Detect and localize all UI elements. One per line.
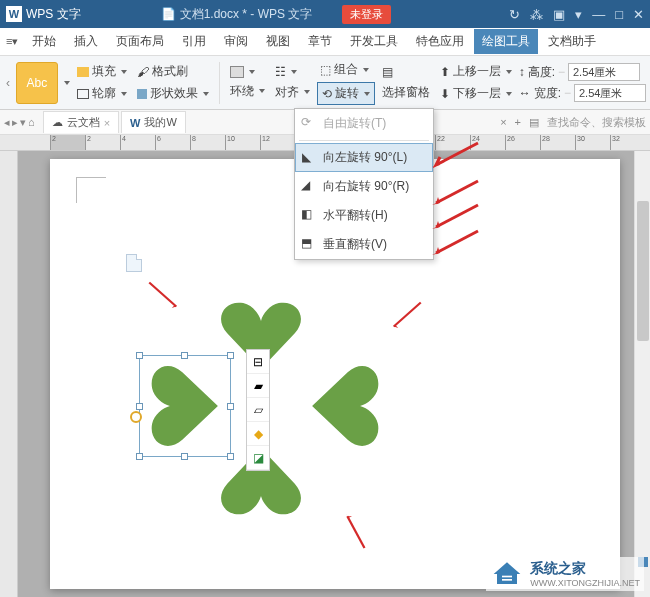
doc-tab-myw[interactable]: W我的W bbox=[121, 111, 186, 133]
width-input[interactable]: 2.54厘米 bbox=[574, 84, 646, 102]
doc-nav-list-icon[interactable]: ▾ bbox=[20, 116, 26, 129]
title-bar: W WPS 文字 📄 文档1.docx * - WPS 文字 未登录 ↻ ⁂ ▣… bbox=[0, 0, 650, 28]
up-layer-icon: ⬆ bbox=[440, 65, 450, 79]
tab-view[interactable]: 视图 bbox=[258, 29, 298, 54]
maximize-icon[interactable]: □ bbox=[615, 7, 623, 22]
watermark-url: WWW.XITONGZHIJIA.NET bbox=[530, 578, 640, 588]
doc-nav-home-icon[interactable]: ⌂ bbox=[28, 116, 35, 129]
shape-effect-tool-icon[interactable]: ◪ bbox=[247, 446, 269, 470]
shape-color-tool-icon[interactable]: ◆ bbox=[247, 422, 269, 446]
tab-list-icon[interactable]: ▤ bbox=[529, 116, 539, 129]
resize-handle[interactable] bbox=[227, 453, 234, 460]
rotate-button[interactable]: ⟲旋转 bbox=[317, 82, 375, 105]
outline-button[interactable]: 轮廓 bbox=[74, 84, 130, 103]
select-pane-button[interactable]: 选择窗格 bbox=[379, 83, 433, 102]
annotation-arrow bbox=[430, 141, 480, 175]
group-button[interactable]: ⬚组合 bbox=[317, 60, 375, 79]
resize-handle[interactable] bbox=[136, 352, 143, 359]
sync-icon[interactable]: ↻ bbox=[509, 7, 520, 22]
pane-icon: ▤ bbox=[382, 65, 393, 79]
search-input[interactable]: 查找命令、搜索模板 bbox=[547, 115, 646, 130]
doc-nav-next-icon[interactable]: ▸ bbox=[12, 116, 18, 129]
w-icon: W bbox=[130, 117, 140, 129]
tab-reference[interactable]: 引用 bbox=[174, 29, 214, 54]
tab-close-icon[interactable]: × bbox=[104, 117, 110, 129]
shape-effect-button[interactable]: 形状效果 bbox=[134, 84, 212, 103]
down-layer-icon: ⬇ bbox=[440, 87, 450, 101]
tab-close-all-icon[interactable]: × bbox=[500, 116, 506, 128]
brush-icon: 🖌 bbox=[137, 65, 149, 79]
close-icon[interactable]: ✕ bbox=[633, 7, 644, 22]
qa-menu-icon[interactable]: ≡▾ bbox=[6, 35, 18, 48]
page-anchor-icon bbox=[126, 254, 142, 272]
doc-tab-cloud[interactable]: ☁云文档× bbox=[43, 111, 119, 133]
fill-button[interactable]: 填充 bbox=[74, 62, 130, 81]
flip-v-icon: ⬒ bbox=[301, 236, 315, 250]
shape-fill-tool-icon[interactable]: ▰ bbox=[247, 374, 269, 398]
format-painter-button[interactable]: 🖌格式刷 bbox=[134, 62, 212, 81]
tab-insert[interactable]: 插入 bbox=[66, 29, 106, 54]
cloud-icon: ☁ bbox=[52, 116, 63, 129]
height-input[interactable]: 2.54厘米 bbox=[568, 63, 640, 81]
shape-style-preview[interactable]: Abc bbox=[16, 62, 58, 104]
rotate-icon: ⟲ bbox=[322, 87, 332, 101]
login-badge[interactable]: 未登录 bbox=[342, 5, 391, 24]
tab-page-layout[interactable]: 页面布局 bbox=[108, 29, 172, 54]
minimize-icon[interactable]: — bbox=[592, 7, 605, 22]
doc-nav-prev-icon[interactable]: ◂ bbox=[4, 116, 10, 129]
svg-rect-0 bbox=[502, 576, 512, 578]
tab-start[interactable]: 开始 bbox=[24, 29, 64, 54]
rotation-handle[interactable] bbox=[130, 411, 142, 423]
vertical-ruler[interactable] bbox=[0, 151, 18, 597]
vertical-scrollbar[interactable] bbox=[634, 151, 650, 597]
tab-dev-tools[interactable]: 开发工具 bbox=[342, 29, 406, 54]
resize-handle[interactable] bbox=[181, 453, 188, 460]
dropdown-icon[interactable]: ▾ bbox=[575, 7, 582, 22]
ribbon-scroll-left-icon[interactable]: ‹ bbox=[4, 76, 12, 90]
align-icon: ☷ bbox=[275, 65, 286, 79]
heart-shape-right[interactable] bbox=[305, 361, 385, 451]
wrap-picture-button[interactable] bbox=[227, 65, 268, 79]
watermark: 系统之家 WWW.XITONGZHIJIA.NET bbox=[486, 557, 644, 591]
menu-free-rotate: ⟳ 自由旋转(T) bbox=[295, 109, 433, 138]
resize-handle[interactable] bbox=[227, 352, 234, 359]
tab-drawing-tools[interactable]: 绘图工具 bbox=[474, 29, 538, 54]
free-rotate-icon: ⟳ bbox=[301, 115, 315, 129]
ribbon: ‹ Abc 填充 轮廓 🖌格式刷 形状效果 环绕 ☷ 对齐 ⬚组合 ⟲旋转 ▤ … bbox=[0, 56, 650, 110]
effect-icon bbox=[137, 89, 147, 99]
align-button[interactable]: 对齐 bbox=[272, 83, 313, 102]
bring-forward-button[interactable]: ⬆上移一层 bbox=[437, 62, 515, 81]
select-pane-icon-button[interactable]: ▤ bbox=[379, 64, 433, 80]
tab-special[interactable]: 特色应用 bbox=[408, 29, 472, 54]
send-backward-button[interactable]: ⬇下移一层 bbox=[437, 84, 515, 103]
layout-options-icon[interactable]: ⊟ bbox=[247, 350, 269, 374]
align-grid-button[interactable]: ☷ bbox=[272, 64, 313, 80]
annotation-arrow bbox=[430, 229, 480, 263]
menu-flip-horizontal[interactable]: ◧ 水平翻转(H) bbox=[295, 201, 433, 230]
wrap-button[interactable]: 环绕 bbox=[227, 82, 268, 101]
tab-add-icon[interactable]: + bbox=[515, 116, 521, 128]
resize-handle[interactable] bbox=[136, 403, 143, 410]
ribbon-tabs: 开始 插入 页面布局 引用 审阅 视图 章节 开发工具 特色应用 绘图工具 文档… bbox=[24, 29, 604, 54]
selection-outline bbox=[139, 355, 231, 457]
scrollbar-thumb[interactable] bbox=[637, 201, 649, 341]
pin-icon[interactable]: ▣ bbox=[553, 7, 565, 22]
document-name: 📄 文档1.docx * - WPS 文字 bbox=[161, 6, 313, 23]
menu-rotate-right-90[interactable]: ◢ 向右旋转 90°(R) bbox=[295, 172, 433, 201]
rotate-dropdown-menu: ⟳ 自由旋转(T) ◣ 向左旋转 90°(L) ◢ 向右旋转 90°(R) ◧ … bbox=[294, 108, 434, 260]
menu-bar: ≡▾ 开始 插入 页面布局 引用 审阅 视图 章节 开发工具 特色应用 绘图工具… bbox=[0, 28, 650, 56]
resize-handle[interactable] bbox=[181, 352, 188, 359]
app-logo: W WPS 文字 bbox=[6, 6, 81, 23]
heart-shape-left-selected[interactable] bbox=[145, 361, 225, 451]
tab-doc-helper[interactable]: 文档助手 bbox=[540, 29, 604, 54]
shape-outline-tool-icon[interactable]: ▱ bbox=[247, 398, 269, 422]
height-icon: ↕ bbox=[519, 65, 525, 79]
resize-handle[interactable] bbox=[136, 453, 143, 460]
style-dropdown-icon[interactable] bbox=[64, 81, 70, 85]
tab-section[interactable]: 章节 bbox=[300, 29, 340, 54]
settings-icon[interactable]: ⁂ bbox=[530, 7, 543, 22]
resize-handle[interactable] bbox=[227, 403, 234, 410]
menu-rotate-left-90[interactable]: ◣ 向左旋转 90°(L) bbox=[295, 143, 433, 172]
menu-flip-vertical[interactable]: ⬒ 垂直翻转(V) bbox=[295, 230, 433, 259]
tab-review[interactable]: 审阅 bbox=[216, 29, 256, 54]
